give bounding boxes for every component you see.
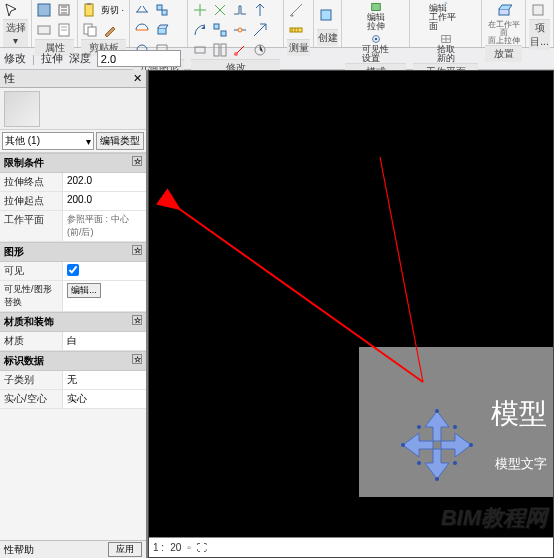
footer-help-label[interactable]: 性帮助 — [4, 543, 34, 557]
geom-icon-2[interactable] — [153, 1, 171, 19]
svg-rect-27 — [533, 5, 543, 15]
modify-icon-4[interactable] — [251, 1, 269, 19]
edit-override-button[interactable]: 编辑... — [67, 283, 101, 298]
copy-icon[interactable] — [81, 21, 99, 39]
model-arrows-icon — [397, 405, 477, 485]
prop-row-visible: 可见 — [0, 262, 146, 281]
modify-icon-12[interactable] — [251, 41, 269, 59]
geom-icon-4[interactable] — [153, 21, 171, 39]
modify-icon-3[interactable] — [231, 1, 249, 19]
project-icon[interactable] — [529, 1, 547, 19]
close-icon[interactable]: ✕ — [133, 72, 142, 85]
group-material-head[interactable]: 材质和装饰☆ — [0, 312, 146, 332]
svg-point-24 — [374, 38, 377, 41]
modify-label: 修改 — [4, 51, 26, 66]
prop-row-solid-void: 实心/空心实心 — [0, 390, 146, 409]
type-selector-row: 其他 (1)▾ 编辑类型 — [0, 130, 146, 153]
svg-rect-13 — [221, 31, 226, 36]
svg-point-30 — [417, 461, 421, 465]
svg-rect-21 — [321, 10, 331, 20]
modify-icon-11[interactable] — [231, 41, 249, 59]
svg-point-18 — [234, 52, 238, 56]
ribbon-group-create-label: 创建 — [317, 29, 338, 46]
overlay-title: 模型 — [491, 395, 547, 433]
create-icon[interactable] — [317, 6, 335, 24]
svg-rect-10 — [158, 28, 166, 34]
viewctrl-icon[interactable]: ⛶ — [197, 542, 207, 553]
main-area: 性 ✕ 其他 (1)▾ 编辑类型 限制条件☆ 拉伸终点202.0 拉伸起点200… — [0, 70, 554, 558]
svg-rect-7 — [88, 27, 96, 36]
edit-workplane-button[interactable]: 编辑 工作平面 — [429, 1, 463, 31]
edit-type-button[interactable]: 编辑类型 — [96, 132, 144, 150]
modify-icon-9[interactable] — [191, 41, 209, 59]
modify-icon-6[interactable] — [211, 21, 229, 39]
visible-checkbox[interactable] — [67, 264, 79, 276]
properties-grid: 限制条件☆ 拉伸终点202.0 拉伸起点200.0 工作平面参照平面 : 中心(… — [0, 153, 146, 540]
svg-point-32 — [435, 409, 439, 413]
svg-rect-22 — [371, 4, 380, 11]
overlay-panel: 模型 模型文字 — [359, 347, 553, 497]
apply-button[interactable]: 应用 — [108, 542, 142, 557]
properties-footer: 性帮助 应用 — [0, 540, 146, 558]
modify-icon-5[interactable] — [191, 21, 209, 39]
extrude-label: 拉伸 — [41, 51, 63, 66]
prop-row-extrusion-end: 拉伸终点202.0 — [0, 173, 146, 192]
type-selector-combo[interactable]: 其他 (1)▾ — [2, 132, 94, 150]
prop-row-visibility-override: 可见性/图形替换编辑... — [0, 281, 146, 312]
modify-icon-2[interactable] — [211, 1, 229, 19]
modify-icon-10[interactable] — [211, 41, 229, 59]
properties-titlebar: 性 ✕ — [0, 70, 146, 88]
props-icon-3[interactable] — [35, 21, 53, 39]
measure-icon-1[interactable] — [287, 1, 305, 19]
svg-point-33 — [435, 477, 439, 481]
viewport[interactable]: 模型 模型文字 BIM教程网 1 : 20 ▫ ⛶ — [148, 70, 554, 558]
edit-extrusion-button[interactable]: 编辑 拉伸 — [359, 1, 393, 31]
properties-preview — [0, 88, 146, 130]
svg-rect-4 — [85, 4, 93, 16]
match-icon[interactable] — [101, 21, 119, 39]
svg-point-14 — [238, 28, 242, 32]
modify-icon-8[interactable] — [251, 21, 269, 39]
prop-row-subcategory: 子类别无 — [0, 371, 146, 390]
svg-rect-12 — [214, 24, 219, 29]
modify-icon-7[interactable] — [231, 21, 249, 39]
svg-rect-5 — [87, 3, 91, 5]
svg-rect-17 — [221, 44, 226, 56]
svg-point-28 — [417, 425, 421, 429]
group-graphics-head[interactable]: 图形☆ — [0, 242, 146, 262]
svg-point-31 — [453, 461, 457, 465]
props-icon-4[interactable] — [55, 21, 73, 39]
props-icon-2[interactable] — [55, 1, 73, 19]
watermark-text: BIM教程网 — [441, 503, 547, 533]
visibility-settings-button[interactable]: 可见性 设置 — [359, 33, 393, 63]
ribbon-group-place-label: 放置 — [485, 45, 522, 62]
geom-icon-1[interactable] — [133, 1, 151, 19]
svg-rect-2 — [38, 26, 50, 34]
viewctrl-icon[interactable]: ▫ — [187, 542, 191, 553]
cut-label[interactable]: 剪切 · — [101, 4, 124, 17]
props-icon-1[interactable] — [35, 1, 53, 19]
geom-icon-3[interactable] — [133, 21, 151, 39]
group-identity-head[interactable]: 标识数据☆ — [0, 351, 146, 371]
measure-icon-2[interactable] — [287, 21, 305, 39]
svg-point-29 — [453, 425, 457, 429]
paste-icon[interactable] — [81, 1, 99, 19]
svg-rect-16 — [214, 44, 219, 56]
group-constraints-head[interactable]: 限制条件☆ — [0, 153, 146, 173]
preview-thumbnail — [4, 91, 40, 127]
place-icon[interactable] — [495, 1, 513, 19]
svg-rect-26 — [499, 9, 509, 15]
svg-rect-9 — [162, 10, 167, 15]
depth-input[interactable] — [97, 50, 181, 67]
pick-new-button[interactable]: 拾取 新的 — [429, 33, 463, 63]
scale-value[interactable]: 20 — [170, 542, 181, 553]
ribbon-group-select-label: 选择 ▾ — [3, 19, 28, 47]
properties-title-text: 性 — [4, 71, 15, 86]
prop-row-material: 材质白 — [0, 332, 146, 351]
prop-row-extrusion-start: 拉伸起点200.0 — [0, 192, 146, 211]
modify-icon-1[interactable] — [191, 1, 209, 19]
drawing-canvas[interactable]: 模型 模型文字 BIM教程网 — [149, 71, 553, 537]
view-control-bar: 1 : 20 ▫ ⛶ — [149, 537, 553, 557]
prop-row-workplane: 工作平面参照平面 : 中心(前/后) — [0, 211, 146, 242]
modify-tool-icon[interactable] — [3, 1, 21, 19]
